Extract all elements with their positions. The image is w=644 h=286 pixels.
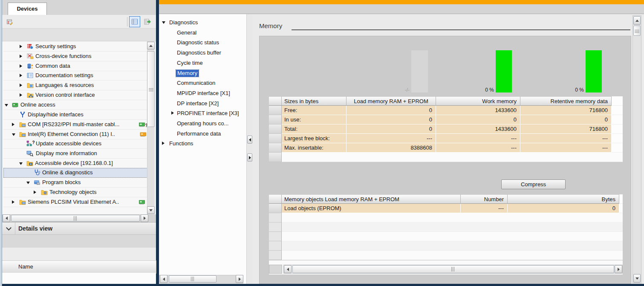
diagnav-hscrollbar-thumb[interactable] bbox=[169, 275, 217, 283]
diag-nav-general[interactable]: General bbox=[160, 28, 244, 38]
technology-objects-icon bbox=[41, 189, 48, 196]
diag-nav-label: Diagnostic status bbox=[177, 39, 219, 46]
tree-item-common-data[interactable]: Common data bbox=[3, 61, 147, 71]
collapse-arrow-icon[interactable] bbox=[5, 104, 8, 107]
diag-nav-memory[interactable]: Memory bbox=[160, 68, 244, 78]
tab-devices[interactable]: Devices bbox=[8, 3, 47, 15]
details-extra-column-header[interactable] bbox=[101, 260, 156, 274]
diag-nav-diagnostics[interactable]: Diagnostics bbox=[160, 17, 244, 27]
tree-item-label: Update accessible devices bbox=[36, 140, 101, 147]
tree-item-technology-objects[interactable]: Technology objects bbox=[3, 188, 147, 197]
expand-arrow-icon[interactable] bbox=[20, 45, 22, 48]
sash-collapse-right-button[interactable] bbox=[247, 153, 252, 162]
tree-item-online-access[interactable]: Online access bbox=[3, 100, 147, 110]
sash-collapse-left-button[interactable] bbox=[247, 136, 252, 144]
tree-item-accessible-device[interactable]: Accessible device [192.168.0.1] bbox=[3, 159, 147, 168]
main-hscroll-stub bbox=[269, 265, 282, 274]
tree-item-label: Online & diagnostics bbox=[42, 169, 93, 176]
cell-value: 0 bbox=[520, 115, 612, 124]
project-tree-panel: Devices Security settings bbox=[2, 0, 156, 284]
expand-arrow-icon[interactable] bbox=[171, 111, 174, 115]
objects-table-empty-row bbox=[269, 232, 623, 241]
details-view-header[interactable]: Details view bbox=[2, 222, 156, 235]
diagnav-scroll-left-button[interactable] bbox=[160, 275, 167, 283]
diag-nav-diagnostics-buffer[interactable]: Diagnostics buffer bbox=[160, 48, 244, 58]
tree-item-display-more-information[interactable]: Display more information bbox=[3, 149, 147, 159]
collapse-arrow-icon[interactable] bbox=[12, 133, 15, 136]
details-name-header-row: Name bbox=[2, 260, 156, 273]
collapse-arrow-icon[interactable] bbox=[162, 21, 165, 24]
empty-cell bbox=[282, 153, 623, 162]
row-header-stub bbox=[269, 213, 282, 222]
tree-vscrollbar-thumb[interactable] bbox=[147, 51, 155, 127]
arrow-left-icon bbox=[287, 268, 289, 271]
tree-item-label: Technology objects bbox=[49, 189, 97, 195]
tree-item-display-hide-interfaces[interactable]: Display/hide interfaces bbox=[3, 110, 147, 120]
cell-value: 8388608 bbox=[347, 143, 436, 153]
main-scroll-up-button[interactable] bbox=[633, 16, 641, 25]
tia-portal-window: Devices Security settings bbox=[0, 0, 644, 286]
diag-nav-performance-data[interactable]: Performance data bbox=[160, 129, 244, 139]
tree-item-program-blocks[interactable]: Program blocks bbox=[3, 178, 147, 188]
diag-nav-functions[interactable]: Functions bbox=[160, 139, 244, 148]
tree-item-intel-ethernet[interactable]: Intel(R) Ethernet Connection (11) I.. bbox=[3, 130, 147, 139]
tree-item-com-interface[interactable]: COM [RS232/PPI multi-master cabl... ? bbox=[3, 120, 147, 130]
expand-arrow-icon[interactable] bbox=[34, 191, 36, 194]
device-config-button[interactable] bbox=[5, 17, 15, 27]
details-view-collapse-button[interactable] bbox=[2, 222, 15, 234]
tree-item-label: Languages & resources bbox=[35, 82, 94, 88]
tree-item-documentation-settings[interactable]: Documentation settings bbox=[3, 71, 147, 81]
diag-nav-communication[interactable]: Communication bbox=[160, 78, 244, 88]
tree-item-cross-device-functions[interactable]: Cross-device functions bbox=[3, 52, 147, 61]
diag-nav-mpi-dp-interface-x1[interactable]: MPI/DP interface [X1] bbox=[160, 88, 244, 98]
splitter-sash[interactable] bbox=[246, 14, 252, 284]
export-columns-button[interactable] bbox=[142, 16, 153, 27]
tree-scroll-down-button[interactable] bbox=[147, 206, 155, 214]
main-vscrollbar[interactable] bbox=[632, 15, 641, 283]
main-hscrollbar-thumb[interactable] bbox=[292, 265, 614, 273]
diag-nav-dp-interface-x2[interactable]: DP interface [X2] bbox=[160, 98, 244, 108]
expand-arrow-icon[interactable] bbox=[20, 93, 22, 97]
tree-item-languages-resources[interactable]: Languages & resources bbox=[3, 81, 147, 90]
collapse-arrow-icon[interactable] bbox=[19, 162, 23, 165]
main-scroll-down-button[interactable] bbox=[633, 274, 641, 283]
objects-table-empty-row bbox=[269, 222, 623, 232]
col-header-load-memory: Load memory RAM + EPROM bbox=[347, 96, 436, 106]
expand-arrow-icon[interactable] bbox=[162, 142, 165, 145]
diagnav-scroll-right-button[interactable] bbox=[236, 275, 243, 283]
tree-item-update-accessible-devices[interactable]: ? Update accessible devices bbox=[3, 139, 147, 149]
empty-cell bbox=[282, 213, 623, 222]
arrow-right-icon bbox=[144, 217, 146, 220]
tree-item-label: Intel(R) Ethernet Connection (11) I.. bbox=[28, 131, 115, 137]
cell-label: Largest free block: bbox=[282, 134, 347, 143]
expand-arrow-icon[interactable] bbox=[20, 55, 22, 58]
table-filler-cell bbox=[612, 96, 623, 106]
main-vscrollbar-thumb[interactable] bbox=[633, 26, 641, 36]
tree-item-online-diagnostics[interactable]: Online & diagnostics bbox=[3, 168, 147, 178]
expand-arrow-icon[interactable] bbox=[20, 64, 22, 68]
diag-nav-cycle-time[interactable]: Cycle time bbox=[160, 58, 244, 68]
diag-nav-operating-hours[interactable]: Operating hours co... bbox=[160, 118, 244, 128]
diag-nav-label: PROFINET interface [X3] bbox=[177, 110, 239, 116]
sizes-table-empty-row bbox=[269, 153, 623, 162]
main-scroll-left-button[interactable] bbox=[284, 265, 292, 273]
details-name-column-header[interactable]: Name bbox=[15, 260, 101, 274]
expand-arrow-icon[interactable] bbox=[20, 84, 22, 87]
expand-arrow-icon[interactable] bbox=[12, 200, 14, 204]
expand-arrow-icon[interactable] bbox=[12, 123, 14, 126]
tree-item-version-control-interface[interactable]: Version control interface bbox=[3, 90, 147, 100]
tree-item-siemens-plcsim[interactable]: Siemens PLCSIM Virtual Ethernet A.. bbox=[3, 197, 147, 207]
tree-hscrollbar-thumb[interactable] bbox=[11, 215, 140, 222]
tree-item-security-settings[interactable]: Security settings bbox=[3, 42, 147, 52]
tree-scroll-right-button[interactable] bbox=[141, 214, 148, 222]
diag-nav-profinet-interface-x3[interactable]: PROFINET interface [X3] bbox=[160, 108, 244, 118]
diag-nav-diagnostic-status[interactable]: Diagnostic status bbox=[160, 38, 244, 47]
expand-arrow-icon[interactable] bbox=[20, 74, 22, 77]
compress-button[interactable]: Compress bbox=[501, 179, 566, 189]
list-view-button[interactable] bbox=[129, 16, 140, 27]
col-header-work-memory: Work memory bbox=[436, 96, 520, 106]
collapse-arrow-icon[interactable] bbox=[26, 182, 30, 184]
tree-scroll-left-button[interactable] bbox=[3, 214, 10, 222]
tree-scroll-up-button[interactable] bbox=[147, 42, 155, 49]
main-scroll-right-button[interactable] bbox=[615, 265, 622, 273]
